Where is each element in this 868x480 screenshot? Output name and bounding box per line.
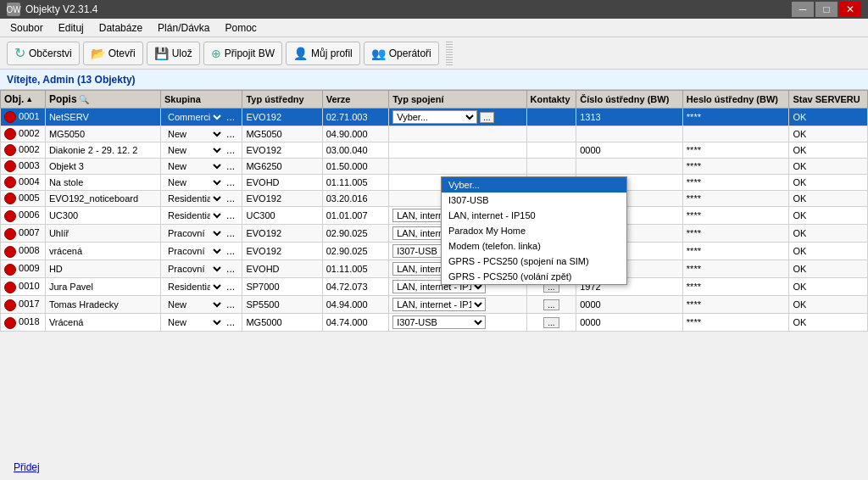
- cell-verze: 03.20.016: [322, 191, 389, 207]
- cell-kontakty: ...: [526, 296, 576, 314]
- table-row[interactable]: 0008 vrácená Commercial New Residential …: [1, 243, 868, 260]
- cell-obj: 0008: [1, 243, 46, 260]
- skupina-select[interactable]: Commercial New Residential Pracovní: [164, 144, 224, 156]
- skupina-dots[interactable]: ...: [226, 128, 235, 140]
- menu-pomoc[interactable]: Pomoc: [218, 20, 263, 36]
- cell-verze: 01.11.005: [322, 260, 389, 278]
- table-row[interactable]: 0004 Na stole Commercial New Residential…: [1, 175, 868, 191]
- profile-label: Můj profil: [311, 47, 353, 59]
- save-button[interactable]: 💾 Ulož: [147, 42, 200, 65]
- table-row[interactable]: 0002 MG5050 Commercial New Residential P…: [1, 126, 868, 142]
- cell-popis: vrácená: [45, 243, 160, 260]
- cell-typ-spojeni: Vyber... ...: [389, 109, 526, 126]
- connection-select[interactable]: I307-USB: [392, 315, 486, 329]
- skupina-select[interactable]: Commercial New Residential Pracovní: [164, 299, 224, 310]
- skupina-select[interactable]: Commercial New Residential Pracovní: [164, 281, 224, 293]
- skupina-dots[interactable]: ...: [226, 193, 235, 204]
- cell-heslo-ustredny: ****: [682, 243, 789, 260]
- close-button[interactable]: ✕: [839, 2, 861, 17]
- connection-select[interactable]: LAN, internet - IP150: [392, 298, 486, 311]
- skupina-select[interactable]: Commercial New Residential Pracovní: [164, 111, 224, 123]
- skupina-dots[interactable]: ...: [226, 176, 235, 188]
- skupina-dots[interactable]: ...: [226, 227, 235, 239]
- cell-popis: NetSERV: [45, 109, 160, 126]
- skupina-dots[interactable]: ...: [226, 245, 235, 257]
- refresh-button[interactable]: ↻ Občerstvi: [7, 42, 80, 65]
- skupina-dots[interactable]: ...: [226, 144, 235, 156]
- skupina-dots[interactable]: ...: [226, 263, 235, 275]
- dropdown-item[interactable]: Modem (telefon. linka): [442, 238, 626, 254]
- skupina-dots[interactable]: ...: [226, 316, 235, 328]
- table-row[interactable]: 0010 Jura Pavel Commercial New Residenti…: [1, 278, 868, 296]
- skupina-dots[interactable]: ...: [226, 160, 235, 172]
- menu-edituj[interactable]: Edituj: [52, 20, 91, 36]
- table-row[interactable]: 0007 Uhlíř Commercial New Residential Pr…: [1, 225, 868, 243]
- cell-skupina: Commercial New Residential Pracovní ...: [161, 225, 242, 243]
- cell-obj: 0010: [1, 278, 46, 296]
- add-link[interactable]: Přidej: [7, 458, 47, 477]
- operators-label: Operátoři: [389, 47, 431, 59]
- skupina-select[interactable]: Commercial New Residential Pracovní: [164, 227, 224, 239]
- cell-skupina: Commercial New Residential Pracovní ...: [161, 278, 242, 296]
- table-row[interactable]: 0006 UC300 Commercial New Residential Pr…: [1, 207, 868, 225]
- open-button[interactable]: 📂 Otevři: [83, 42, 143, 65]
- search-icon[interactable]: 🔍: [79, 95, 89, 104]
- connection-type-dropdown[interactable]: Vyber...I307-USBLAN, internet - IP150Par…: [441, 176, 627, 285]
- dropdown-item[interactable]: LAN, internet - IP150: [442, 208, 626, 223]
- cell-typ-ustredny: EVO192: [242, 142, 322, 159]
- skupina-select[interactable]: Commercial New Residential Pracovní: [164, 176, 224, 188]
- skupina-dots[interactable]: ...: [226, 299, 235, 310]
- toolbar-grip: [446, 42, 453, 65]
- skupina-select[interactable]: Commercial New Residential Pracovní: [164, 316, 224, 328]
- col-stav-serveru: Stav SERVERU: [789, 91, 868, 109]
- connect-bw-button[interactable]: ⊕ Připojit BW: [203, 42, 282, 65]
- cell-skupina: Commercial New Residential Pracovní ...: [161, 126, 242, 142]
- col-verze: Verze: [322, 91, 389, 109]
- connection-select[interactable]: Vyber...: [392, 110, 477, 124]
- status-indicator: [4, 264, 16, 276]
- skupina-select[interactable]: Commercial New Residential Pracovní: [164, 128, 224, 140]
- menu-databaze[interactable]: Databáze: [92, 20, 149, 36]
- skupina-dots[interactable]: ...: [226, 209, 235, 221]
- skupina-select[interactable]: Commercial New Residential Pracovní: [164, 245, 224, 257]
- cell-obj: 0017: [1, 296, 46, 314]
- contacts-btn[interactable]: ...: [543, 299, 559, 310]
- contacts-btn[interactable]: ...: [543, 317, 559, 328]
- cell-kontakty: ...: [526, 314, 576, 332]
- cell-cislo-ustredny: 0000: [576, 296, 683, 314]
- table-row[interactable]: 0005 EVO192_noticeboard Commercial New R…: [1, 191, 868, 207]
- table-row[interactable]: 0018 Vrácená Commercial New Residential …: [1, 314, 868, 332]
- dropdown-item[interactable]: I307-USB: [442, 193, 626, 208]
- minimize-button[interactable]: ─: [792, 2, 814, 17]
- skupina-select[interactable]: Commercial New Residential Pracovní: [164, 193, 224, 204]
- table-row[interactable]: 0017 Tomas Hradecky Commercial New Resid…: [1, 296, 868, 314]
- profile-icon: 👤: [293, 47, 308, 60]
- table-row[interactable]: 0002 Diakonie 2 - 29. 12. 2 Commercial N…: [1, 142, 868, 159]
- dropdown-item[interactable]: GPRS - PCS250 (spojení na SIM): [442, 254, 626, 269]
- skupina-dots[interactable]: ...: [226, 111, 235, 123]
- skupina-select[interactable]: Commercial New Residential Pracovní: [164, 209, 224, 221]
- cell-verze: 04.72.073: [322, 278, 389, 296]
- maximize-button[interactable]: □: [815, 2, 837, 17]
- table-row[interactable]: 0009 HD Commercial New Residential Praco…: [1, 260, 868, 278]
- cell-stav-serveru: OK: [789, 225, 868, 243]
- menu-soubor[interactable]: Soubor: [3, 20, 50, 36]
- profile-button[interactable]: 👤 Můj profil: [286, 42, 360, 65]
- refresh-icon: ↻: [14, 45, 25, 61]
- menu-plan-davka[interactable]: Plán/Dávka: [151, 20, 216, 36]
- cell-typ-ustredny: EVO192: [242, 225, 322, 243]
- skupina-dots[interactable]: ...: [226, 281, 235, 293]
- connection-dots-btn[interactable]: ...: [480, 112, 493, 123]
- table-row[interactable]: 0003 Objekt 3 Commercial New Residential…: [1, 159, 868, 175]
- skupina-select[interactable]: Commercial New Residential Pracovní: [164, 160, 224, 172]
- col-obj: Obj. ▲: [1, 91, 46, 109]
- dropdown-item[interactable]: Paradox My Home: [442, 223, 626, 238]
- cell-obj: 0009: [1, 260, 46, 278]
- skupina-select[interactable]: Commercial New Residential Pracovní: [164, 263, 224, 275]
- cell-typ-ustredny: EVOHD: [242, 260, 322, 278]
- dropdown-item[interactable]: GPRS - PCS250 (volání zpět): [442, 269, 626, 284]
- operators-button[interactable]: 👥 Operátoři: [364, 42, 439, 65]
- table-row[interactable]: 0001 NetSERV Commercial New Residential …: [1, 109, 868, 126]
- dropdown-item[interactable]: Vyber...: [442, 177, 626, 193]
- cell-heslo-ustredny: ****: [682, 207, 789, 225]
